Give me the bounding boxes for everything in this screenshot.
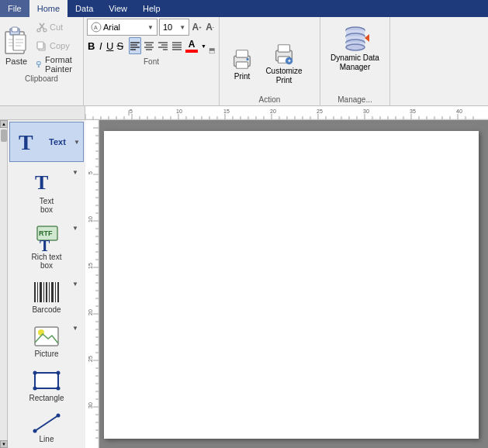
font-color-label: A xyxy=(189,40,196,49)
scroll-down-button[interactable]: ▼ xyxy=(0,440,8,448)
menu-data[interactable]: Data xyxy=(67,0,101,17)
svg-text:T: T xyxy=(35,171,48,194)
svg-rect-125 xyxy=(46,282,47,302)
menu-view[interactable]: View xyxy=(101,0,135,17)
ruler-row: | 5 10 15 20 25 30 35 40 xyxy=(0,106,488,120)
svg-text:10: 10 xyxy=(88,216,93,222)
canvas-page[interactable] xyxy=(104,131,479,439)
ddm-button[interactable]: Dynamic DataManager xyxy=(324,19,386,76)
menu-help[interactable]: Help xyxy=(135,0,168,17)
vertical-ruler-svg: 5 10 15 20 25 30 xyxy=(85,120,99,448)
font-name-arrow: ▼ xyxy=(147,24,154,31)
svg-rect-130 xyxy=(35,327,58,346)
svg-rect-2 xyxy=(12,27,18,32)
toolbar-item-picture[interactable]: ▼ Picture xyxy=(9,319,84,362)
svg-text:T: T xyxy=(40,237,50,253)
svg-text:20: 20 xyxy=(88,309,93,315)
font-dialog-launcher[interactable]: ⬒ xyxy=(209,47,216,54)
print-button[interactable]: Print xyxy=(223,23,261,104)
menu-home[interactable]: Home xyxy=(29,0,67,17)
barcode-icon-container: ▼ xyxy=(13,279,80,305)
font-name-dropdown[interactable]: A Arial ▼ xyxy=(87,19,157,36)
align-left-button[interactable] xyxy=(129,37,141,54)
font-color-dropdown[interactable]: ▼ xyxy=(200,37,207,54)
ddm-group: Dynamic DataManager Manage... xyxy=(320,17,390,105)
font-color-button[interactable]: A xyxy=(185,37,199,54)
font-shrink-button[interactable]: A- xyxy=(204,20,216,34)
action-group: Print ✦ CustomizePrint Action xyxy=(220,17,320,105)
svg-rect-38 xyxy=(236,61,247,67)
left-toolbar-items: T Text ▼ T ▼ Textbox xyxy=(8,120,85,448)
left-panel: ▲ ▼ T Text ▼ T xyxy=(0,120,85,448)
toolbar-item-textbox[interactable]: T ▼ Textbox xyxy=(9,164,84,218)
paste-label: Paste xyxy=(5,57,27,66)
font-row1: A Arial ▼ 10 ▼ A+ A- xyxy=(87,19,216,36)
align-justify-icon xyxy=(171,40,182,51)
print-label: Print xyxy=(234,72,251,81)
font-size-dropdown[interactable]: 10 ▼ xyxy=(159,19,189,36)
font-size-arrow: ▼ xyxy=(179,24,185,31)
print-icon xyxy=(230,47,254,72)
picture-icon-container: ▼ xyxy=(13,323,80,350)
align-center-icon xyxy=(144,40,154,51)
text-tool-arrow: ▼ xyxy=(74,139,80,146)
font-selector-icon: A xyxy=(91,22,102,33)
toolbar-item-text[interactable]: T Text ▼ xyxy=(9,122,84,162)
scroll-up-button[interactable]: ▲ xyxy=(0,120,8,128)
text-tool-icon: T xyxy=(13,126,46,158)
svg-rect-123 xyxy=(40,282,42,302)
svg-text:T: T xyxy=(19,130,33,154)
format-painter-button[interactable]: Format Painter xyxy=(33,56,81,73)
richtextbox-dropdown-arrow: ▼ xyxy=(72,225,78,232)
horizontal-ruler: | 5 10 15 20 25 30 35 40 xyxy=(85,106,488,119)
svg-text:A: A xyxy=(94,25,98,30)
ddm-label: Dynamic DataManager xyxy=(331,53,379,72)
clipboard-group-label: Clipboard xyxy=(2,73,81,83)
clipboard-group: Paste Cut xyxy=(0,17,84,105)
cut-button[interactable]: Cut xyxy=(33,19,81,36)
svg-text:15: 15 xyxy=(223,109,230,114)
svg-point-12 xyxy=(37,29,40,32)
toolbar-item-richtextbox[interactable]: RTF T ▼ Rich textbox xyxy=(9,219,84,274)
scroll-thumb[interactable] xyxy=(1,129,7,142)
customize-print-button[interactable]: ✦ CustomizePrint xyxy=(265,23,303,104)
underline-button[interactable]: U xyxy=(106,37,114,54)
action-group-label: Action xyxy=(220,95,320,104)
font-size-value: 10 xyxy=(163,22,178,32)
picture-icon xyxy=(31,323,62,350)
align-right-icon xyxy=(157,40,168,51)
svg-text:RTF: RTF xyxy=(39,229,53,237)
strikethrough-button[interactable]: S xyxy=(116,37,124,54)
left-panel-scrollbar[interactable]: ▲ ▼ xyxy=(0,120,8,448)
align-center-button[interactable] xyxy=(143,37,155,54)
scroll-track xyxy=(0,128,7,440)
svg-rect-124 xyxy=(43,282,44,302)
paste-icon xyxy=(2,26,30,57)
toolbar-item-rectangle[interactable]: Rectangle xyxy=(9,364,84,406)
font-color-dropdown-arrow: ▼ xyxy=(201,43,206,49)
menu-bar: File Home Data View Help xyxy=(0,0,488,17)
italic-button[interactable]: I xyxy=(97,37,104,54)
menu-file[interactable]: File xyxy=(0,0,29,17)
align-right-button[interactable] xyxy=(157,37,169,54)
textbox-icon-container: T ▼ xyxy=(13,167,80,197)
toolbar-item-barcode[interactable]: ▼ Barcode xyxy=(9,275,84,318)
align-justify-button[interactable] xyxy=(171,37,183,54)
svg-text:15: 15 xyxy=(88,263,93,269)
canvas-area: 5 10 15 20 25 30 xyxy=(85,120,488,448)
picture-dropdown-arrow: ▼ xyxy=(72,325,78,332)
svg-point-134 xyxy=(57,371,61,375)
paste-button[interactable]: Paste xyxy=(2,19,31,73)
copy-button[interactable]: Copy xyxy=(33,37,81,54)
font-grow-button[interactable]: A+ xyxy=(191,20,202,34)
bold-button[interactable]: B xyxy=(87,37,95,54)
svg-text:30: 30 xyxy=(88,402,93,408)
font-row2: B I U S xyxy=(87,37,216,54)
ddm-group-label: Manage... xyxy=(320,95,389,104)
svg-text:10: 10 xyxy=(176,109,182,114)
text-tool-label: Text xyxy=(49,137,66,146)
toolbar-item-line[interactable]: Line xyxy=(9,408,84,447)
customize-print-label: CustomizePrint xyxy=(265,67,302,85)
svg-text:40: 40 xyxy=(456,109,462,114)
svg-text:35: 35 xyxy=(410,109,416,114)
